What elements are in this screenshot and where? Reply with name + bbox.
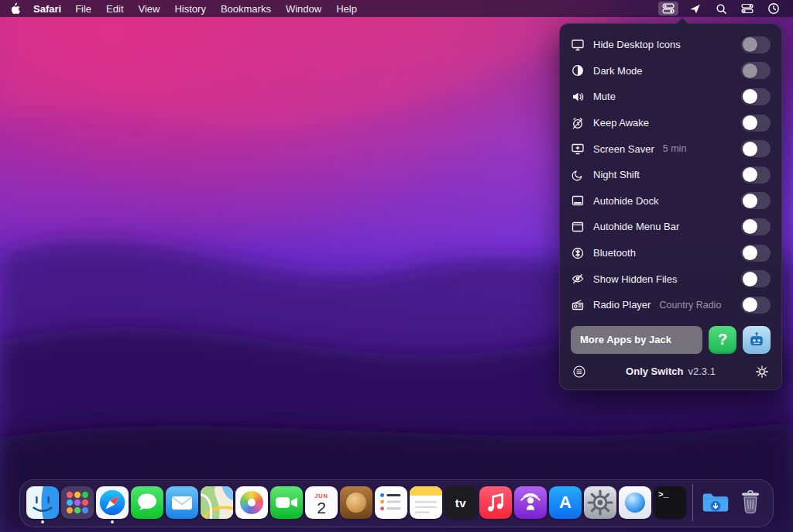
dock-notes[interactable] [410, 486, 442, 519]
dock-facetime[interactable] [270, 486, 303, 519]
radio-icon [571, 298, 585, 312]
menu-help[interactable]: Help [336, 3, 357, 15]
menu-window[interactable]: Window [286, 3, 321, 15]
switch-row-mute: Mute [571, 84, 771, 110]
dock-photos[interactable] [235, 486, 268, 519]
toggle-night-shift[interactable] [741, 166, 771, 184]
dock-calendar[interactable]: JUN 2 [305, 486, 338, 519]
toggle-bluetooth[interactable] [741, 245, 771, 262]
dock-reminders[interactable] [375, 486, 407, 519]
dock-app-store[interactable]: A [549, 486, 582, 519]
launchpad-icon [61, 486, 94, 519]
photos-icon [235, 486, 268, 519]
dock-contacts[interactable] [340, 486, 372, 519]
menu-list-button[interactable] [572, 365, 586, 379]
dock-safari[interactable] [96, 486, 129, 519]
dock-music[interactable] [479, 486, 512, 519]
trash-icon [734, 486, 767, 519]
dock-launchpad[interactable] [61, 486, 94, 519]
app-title: Only Switchv2.3.1 [586, 366, 755, 377]
settings-gear-button[interactable] [755, 365, 769, 379]
toggle-radio-player[interactable] [741, 297, 771, 314]
toggle-autohide-dock[interactable] [741, 192, 771, 209]
notes-icon [410, 486, 442, 519]
dock: JUN 2 tv [19, 479, 774, 527]
toggle-knob [743, 63, 757, 78]
toggle-keep-awake[interactable] [741, 115, 771, 132]
menu-bar-window-icon [571, 220, 585, 234]
switch-row-bluetooth: Bluetooth [571, 240, 771, 266]
toggle-knob [743, 167, 757, 182]
toggle-autohide-menu-bar[interactable] [741, 218, 771, 235]
dock-downloads[interactable] [699, 486, 732, 519]
menu-edit[interactable]: Edit [106, 3, 123, 15]
more-apps-button[interactable]: More Apps by Jack [571, 326, 702, 354]
toggle-knob [743, 245, 757, 260]
desktop-screen: Safari File Edit View History Bookmarks … [0, 0, 793, 532]
dock-trash[interactable] [734, 486, 767, 519]
mail-icon [166, 486, 198, 519]
menu-file[interactable]: File [75, 3, 91, 15]
dock-separator [692, 484, 693, 521]
calendar-icon: JUN 2 [305, 486, 338, 519]
paper-plane-icon[interactable] [685, 2, 705, 15]
dock-system-preferences[interactable] [584, 486, 616, 519]
dock-tv[interactable]: tv [445, 486, 477, 519]
toggle-show-hidden-files[interactable] [741, 270, 771, 287]
switch-label: Bluetooth [593, 247, 636, 259]
dock-messages[interactable] [131, 486, 163, 519]
menu-bookmarks[interactable]: Bookmarks [221, 3, 271, 15]
toggle-mute[interactable] [741, 88, 771, 105]
toggle-hide-desktop-icons[interactable] [741, 36, 771, 53]
dock-disk-utility[interactable] [619, 486, 651, 519]
system-preferences-icon [584, 486, 616, 519]
more-apps-row: More Apps by Jack ? [571, 326, 771, 354]
messages-icon [131, 486, 163, 519]
dock-maps[interactable] [201, 486, 233, 519]
reminders-icon [375, 486, 407, 519]
more-apps-label: More Apps by Jack [580, 334, 671, 345]
toggle-knob [743, 142, 757, 156]
panel-footer: Only Switchv2.3.1 [571, 360, 771, 385]
switch-row-screen-saver: Screen Saver 5 min [571, 136, 771, 162]
switch-row-keep-awake: Keep Awake [571, 110, 771, 136]
clock-icon[interactable] [764, 2, 784, 15]
screen-saver-icon [571, 142, 585, 156]
switch-row-show-hidden-files: Show Hidden Files [571, 266, 771, 292]
dock-finder[interactable] [26, 486, 59, 519]
app-store-letter: A [559, 493, 572, 513]
menu-view[interactable]: View [139, 3, 160, 15]
help-button[interactable]: ? [709, 326, 736, 354]
apple-tv-icon: tv [445, 486, 477, 519]
switch-label: Dark Mode [593, 65, 643, 77]
terminal-prompt: >_ [658, 490, 668, 499]
switch-label: Autohide Menu Bar [593, 221, 679, 232]
desktop-monitor-icon [571, 38, 585, 52]
switch-label: Autohide Dock [593, 195, 659, 207]
control-center-icon[interactable] [737, 2, 757, 15]
downloads-folder-icon [699, 486, 732, 519]
active-app-name[interactable]: Safari [33, 3, 61, 15]
eye-slash-icon [571, 272, 585, 286]
music-icon [479, 486, 512, 519]
help-question-mark: ? [718, 331, 727, 348]
toggle-knob [743, 115, 757, 130]
spotlight-search-icon[interactable] [711, 2, 731, 15]
speaker-icon [571, 90, 585, 104]
apple-logo-icon[interactable] [9, 2, 21, 15]
switch-label: Radio Player [593, 299, 651, 311]
dock-mail[interactable] [166, 486, 198, 519]
toggle-screen-saver[interactable] [741, 140, 771, 157]
dock-podcasts[interactable] [514, 486, 547, 519]
dock-terminal[interactable]: >_ [654, 486, 686, 519]
toggle-knob [743, 297, 757, 312]
switch-row-hide-desktop-icons: Hide Desktop Icons [571, 32, 771, 58]
robot-app-button[interactable] [743, 326, 771, 354]
only-switch-menu-icon[interactable] [658, 2, 678, 15]
toggle-knob [743, 272, 757, 287]
status-icon-area [658, 2, 784, 15]
moon-icon [571, 168, 585, 182]
terminal-icon: >_ [654, 486, 686, 519]
toggle-dark-mode[interactable] [741, 62, 771, 79]
menu-history[interactable]: History [174, 3, 205, 15]
